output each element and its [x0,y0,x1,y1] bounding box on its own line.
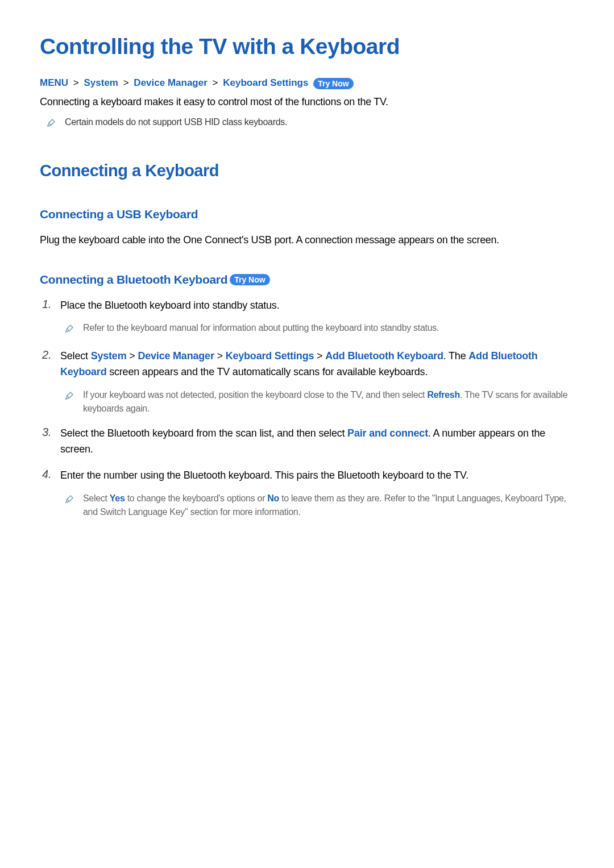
intro-note-text: Certain models do not support USB HID cl… [65,117,287,127]
step-2-text-mid1: . The [443,350,469,362]
step-1-text: Place the Bluetooth keyboard into standb… [60,300,279,311]
try-now-badge[interactable]: Try Now [313,78,353,89]
step-4-note-mid: to change the keyboard's options or [125,493,268,503]
pencil-icon [65,322,74,338]
section-bluetooth-keyboard: Connecting a Bluetooth Keyboard [40,273,227,286]
step-2-text-post: screen appears and the TV automatically … [106,366,428,377]
step-1: 1. Place the Bluetooth keyboard into sta… [40,298,574,339]
steps-list: 1. Place the Bluetooth keyboard into sta… [40,298,574,519]
breadcrumb-sep: > [73,77,79,88]
usb-body-text: Plug the keyboard cable into the One Con… [40,232,574,248]
keyword-yes: Yes [110,493,125,503]
path-sep: > [129,350,135,362]
step-4-text: Enter the number using the Bluetooth key… [60,470,468,481]
path-sep: > [317,350,322,362]
breadcrumb-item-device-manager: Device Manager [134,77,207,88]
breadcrumb-item-system: System [84,77,118,88]
section-usb-keyboard: Connecting a USB Keyboard [40,207,574,221]
step-2: 2. Select System > Device Manager > Keyb… [40,348,574,416]
keyword-refresh: Refresh [427,390,459,400]
step-2-note-text: If your keyboard was not detected, posit… [83,388,574,416]
pencil-icon [65,389,74,405]
step-number: 3. [42,426,60,439]
breadcrumb-sep: > [213,77,218,88]
path-system: System [91,350,127,362]
section-connecting-keyboard: Connecting a Keyboard [40,161,574,180]
path-sep: > [217,350,223,362]
try-now-badge[interactable]: Try Now [230,274,269,285]
step-number: 4. [42,468,60,481]
keyword-pair-and-connect: Pair and connect [347,427,428,439]
step-2-text-pre: Select [60,350,91,362]
breadcrumb-sep: > [123,77,129,88]
page-title: Controlling the TV with a Keyboard [40,34,574,59]
path-keyboard-settings: Keyboard Settings [226,350,314,362]
step-1-note-text: Refer to the keyboard manual for informa… [83,321,439,335]
step-number: 1. [42,298,60,311]
step-2-note: If your keyboard was not detected, posit… [65,388,574,416]
breadcrumb-item-keyboard-settings: Keyboard Settings [223,77,308,88]
step-2-note-pre: If your keyboard was not detected, posit… [83,390,427,400]
intro-note: Certain models do not support USB HID cl… [47,117,574,130]
step-3: 3. Select the Bluetooth keyboard from th… [40,426,574,458]
step-4: 4. Enter the number using the Bluetooth … [40,468,574,519]
path-add-bluetooth-keyboard: Add Bluetooth Keyboard [325,350,443,362]
step-number: 2. [42,348,60,362]
step-4-note-pre: Select [83,493,110,503]
breadcrumb: MENU > System > Device Manager > Keyboar… [40,77,574,89]
intro-text: Connecting a keyboard makes it easy to c… [40,96,574,108]
pencil-icon [47,118,56,130]
keyword-no: No [267,493,279,503]
step-4-note-text: Select Yes to change the keyboard's opti… [83,492,574,519]
step-1-note: Refer to the keyboard manual for informa… [65,321,574,338]
step-3-text-pre: Select the Bluetooth keyboard from the s… [60,427,347,439]
step-4-note: Select Yes to change the keyboard's opti… [65,492,574,519]
breadcrumb-item-menu: MENU [40,77,68,88]
path-device-manager: Device Manager [138,350,214,362]
pencil-icon [65,493,74,509]
